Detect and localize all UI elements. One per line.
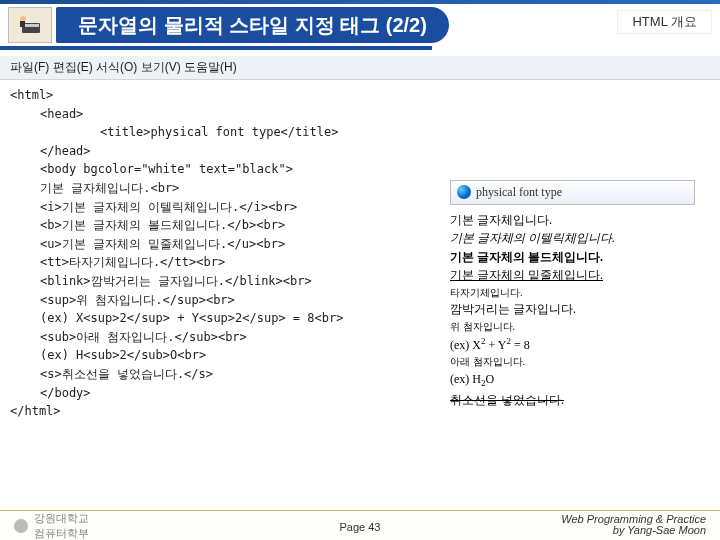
result-line-strike: 취소선을 넣었습니다. (450, 391, 710, 410)
typing-icon (8, 7, 52, 43)
text: O (485, 372, 494, 386)
footer-logo-text: 강원대학교 컴퓨터학부 (34, 511, 89, 541)
code-line: <u>기본 글자체의 밑줄체입니다.</u><br> (10, 235, 445, 254)
code-line: (ex) X<sup>2</sup> + Y<sup>2</sup> = 8<b… (10, 309, 445, 328)
footer-credit-line1: Web Programming & Practice (561, 514, 706, 525)
code-line: <body bgcolor="white" text="black"> (10, 160, 445, 179)
code-line: <title>physical font type</title> (10, 123, 445, 142)
result-line-italic: 기본 글자체의 이텔릭체입니다. (450, 229, 710, 248)
result-line-tt: 타자기체입니다. (450, 285, 710, 301)
slide-header: 문자열의 물리적 스타일 지정 태그 (2/2) HTML 개요 (0, 4, 720, 46)
browser-tab: physical font type (450, 180, 695, 205)
browser-tab-title: physical font type (476, 183, 562, 202)
code-line: <html> (10, 86, 445, 105)
text: (ex) X (450, 338, 481, 352)
code-line: </body> (10, 384, 445, 403)
svg-rect-3 (20, 21, 25, 27)
result-line-sub-label: 아래 첨자입니다. (450, 354, 710, 370)
page-number: Page 43 (340, 521, 381, 533)
ie-icon (457, 185, 471, 199)
code-line: <i>기본 글자체의 이텔릭체입니다.</i><br> (10, 198, 445, 217)
code-line: <blink>깜박거리는 글자입니다.</blink><br> (10, 272, 445, 291)
result-line-underline: 기본 글자체의 밑줄체입니다. (450, 266, 710, 285)
result-line-sub-example: (ex) H2O (450, 370, 710, 391)
text: = 8 (511, 338, 530, 352)
result-line-sup-label: 위 첨자입니다. (450, 319, 710, 335)
footer-credit-line2: by Yang-Sae Moon (561, 525, 706, 536)
result-line-sup-example: (ex) X2 + Y2 = 8 (450, 335, 710, 355)
code-line: <tt>타자기체입니다.</tt><br> (10, 253, 445, 272)
result-line-blink: 깜박거리는 글자입니다. (450, 300, 710, 319)
code-line: </head> (10, 142, 445, 161)
slide-section-label: HTML 개요 (617, 10, 712, 34)
code-line: <b>기본 글자체의 볼드체입니다.</b><br> (10, 216, 445, 235)
code-line: <head> (10, 105, 445, 124)
footer-logo: 강원대학교 컴퓨터학부 (14, 511, 89, 541)
text: (ex) H (450, 372, 481, 386)
footer-credit: Web Programming & Practice by Yang-Sae M… (561, 514, 706, 538)
slide-title: 문자열의 물리적 스타일 지정 태그 (2/2) (56, 7, 449, 43)
result-line-bold: 기본 글자체의 볼드체입니다. (450, 248, 710, 267)
code-line: (ex) H<sub>2</sub>O<br> (10, 346, 445, 365)
university-seal-icon (14, 519, 28, 533)
text: + Y (485, 338, 506, 352)
code-line: <sub>아래 첨자입니다.</sub><br> (10, 328, 445, 347)
browser-result-pane: physical font type 기본 글자체입니다. 기본 글자체의 이텔… (450, 180, 710, 410)
code-line: 기본 글자체입니다.<br> (10, 179, 445, 198)
code-line: <sup>위 첨자입니다.</sup><br> (10, 291, 445, 310)
code-line: </html> (10, 402, 445, 421)
header-underline (0, 46, 720, 50)
code-line: <s>취소선을 넣었습니다.</s> (10, 365, 445, 384)
notepad-menubar: 파일(F) 편집(E) 서식(O) 보기(V) 도움말(H) (0, 56, 720, 80)
result-line-plain: 기본 글자체입니다. (450, 211, 710, 230)
svg-rect-1 (23, 24, 39, 27)
source-code-pane: <html> <head> <title>physical font type<… (0, 80, 455, 427)
